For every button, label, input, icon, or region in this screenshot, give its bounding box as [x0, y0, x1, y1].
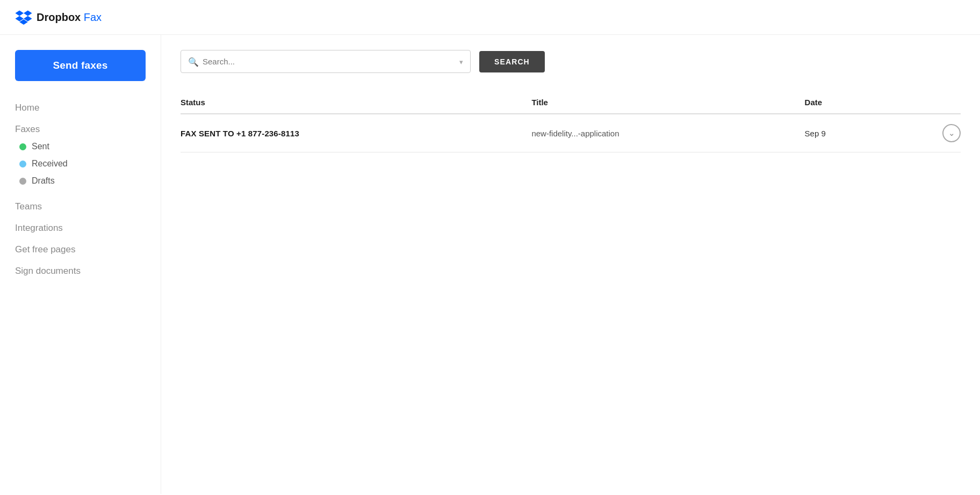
sent-dot-icon [19, 143, 26, 150]
table-body: FAX SENT TO +1 877-236-8113 new-fidelity… [181, 114, 961, 152]
sidebar-item-sign-documents[interactable]: Sign documents [15, 260, 146, 282]
sidebar-sent-label: Sent [32, 142, 49, 151]
col-header-action [921, 92, 961, 114]
col-header-date: Date [805, 92, 922, 114]
sidebar-received-label: Received [32, 159, 68, 169]
sidebar: Send faxes Home Faxes Sent Received Draf… [0, 35, 161, 494]
sidebar-faxes-section: Faxes [15, 119, 146, 138]
search-input[interactable] [181, 50, 471, 73]
sidebar-drafts-label: Drafts [32, 176, 55, 186]
sidebar-item-home[interactable]: Home [15, 97, 146, 119]
sidebar-item-integrations[interactable]: Integrations [15, 217, 146, 239]
sidebar-item-teams[interactable]: Teams [15, 196, 146, 217]
sidebar-item-get-free-pages[interactable]: Get free pages [15, 239, 146, 260]
search-row: 🔍 ▾ SEARCH [181, 50, 961, 73]
header: Dropbox Fax [0, 0, 980, 35]
fax-table: Status Title Date FAX SENT TO +1 877-236… [181, 92, 961, 152]
fax-date: Sep 9 [805, 114, 922, 152]
search-input-wrapper: 🔍 ▾ [181, 50, 471, 73]
main-content: 🔍 ▾ SEARCH Status Title Date FAX SENT TO… [161, 35, 980, 494]
fax-status: FAX SENT TO +1 877-236-8113 [181, 114, 531, 152]
send-faxes-button[interactable]: Send faxes [15, 50, 146, 81]
fax-title: new-fidelity...-application [531, 114, 804, 152]
table-row: FAX SENT TO +1 877-236-8113 new-fidelity… [181, 114, 961, 152]
received-dot-icon [19, 161, 26, 168]
table-header: Status Title Date [181, 92, 961, 114]
sidebar-item-sent[interactable]: Sent [15, 138, 146, 155]
sidebar-item-received[interactable]: Received [15, 155, 146, 172]
sidebar-item-drafts[interactable]: Drafts [15, 172, 146, 190]
dropbox-logo-icon [15, 10, 32, 25]
fax-action-cell: ⌄ [921, 114, 961, 152]
search-button[interactable]: SEARCH [479, 51, 545, 72]
expand-row-button[interactable]: ⌄ [942, 124, 961, 142]
logo-brand-text: Dropbox [37, 11, 81, 24]
logo-product-text: Fax [81, 11, 102, 24]
drafts-dot-icon [19, 178, 26, 185]
app-layout: Send faxes Home Faxes Sent Received Draf… [0, 35, 980, 494]
col-header-status: Status [181, 92, 531, 114]
col-header-title: Title [531, 92, 804, 114]
